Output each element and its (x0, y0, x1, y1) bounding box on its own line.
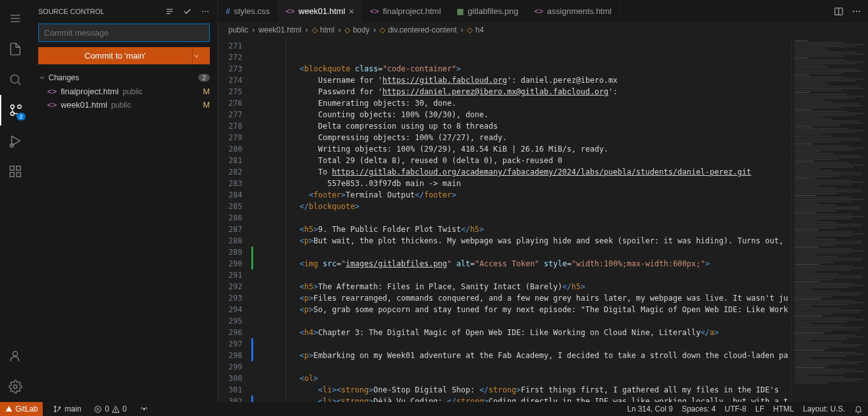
svg-point-14 (13, 352, 17, 356)
breadcrumb[interactable]: public›week01.html›◇html›◇body›◇div.cent… (218, 22, 868, 38)
status-radio-icon[interactable] (137, 405, 151, 413)
split-editor-icon[interactable] (834, 6, 844, 17)
html-file-icon: <> (534, 7, 543, 16)
change-filename: finalproject.html (61, 87, 119, 96)
search-icon[interactable] (0, 64, 31, 95)
minimap[interactable] (791, 38, 868, 402)
source-control-icon[interactable]: 2 (0, 95, 31, 126)
svg-point-34 (115, 411, 116, 412)
status-layout[interactable]: Layout: U.S. (803, 405, 845, 413)
tab-assignments-html[interactable]: <>assignments.html (527, 0, 620, 22)
status-position[interactable]: Ln 314, Col 9 (628, 405, 673, 413)
tab-label: week01.html (298, 6, 345, 16)
change-item[interactable]: <>week01.htmlpublicM (31, 98, 217, 111)
view-as-list-icon[interactable] (165, 7, 174, 16)
status-eol[interactable]: LF (755, 405, 764, 413)
change-item[interactable]: <>finalproject.htmlpublicM (31, 85, 217, 98)
status-bar: GitLab main 0 0 Ln 314, Col 9 Spaces: 4 … (0, 402, 868, 416)
status-bell-icon[interactable] (854, 405, 863, 413)
svg-line-4 (18, 82, 20, 85)
svg-rect-12 (10, 173, 14, 176)
breadcrumb-item[interactable]: public (228, 25, 248, 34)
chevron-right-icon: › (338, 25, 341, 34)
svg-rect-13 (17, 173, 20, 176)
explorer-icon[interactable] (0, 34, 31, 64)
extensions-icon[interactable] (0, 156, 31, 187)
commit-dropdown-button[interactable] (192, 47, 210, 64)
account-icon[interactable] (0, 341, 31, 371)
scm-badge: 2 (17, 113, 26, 120)
breadcrumb-item[interactable]: week01.html (258, 25, 301, 34)
commit-button[interactable]: Commit to 'main' (38, 47, 192, 64)
file-icon: <> (47, 100, 57, 110)
code-editor[interactable]: <blockquote class="code-container"> User… (254, 38, 791, 402)
svg-point-3 (11, 75, 19, 83)
file-icon: <> (47, 87, 57, 96)
close-icon[interactable]: × (349, 6, 354, 17)
status-branch[interactable]: main (50, 405, 84, 413)
line-number-gutter: 2712722732742752762772782792802812822832… (218, 38, 251, 402)
breadcrumb-item[interactable]: ◇html (312, 25, 335, 34)
menu-icon[interactable] (0, 3, 31, 34)
svg-point-5 (18, 105, 22, 109)
svg-point-25 (856, 11, 857, 12)
svg-point-27 (55, 406, 56, 407)
svg-point-19 (202, 11, 203, 12)
changes-count-badge: 2 (198, 74, 210, 82)
tab-styles-css[interactable]: #styles.css (218, 0, 278, 22)
svg-point-20 (205, 11, 206, 12)
css-file-icon: # (226, 7, 230, 16)
svg-point-7 (11, 105, 15, 109)
svg-point-15 (13, 385, 17, 389)
tab-more-icon[interactable] (851, 6, 862, 17)
svg-point-28 (55, 410, 56, 412)
activity-bar: 2 (0, 0, 31, 402)
changes-section-header[interactable]: Changes 2 (31, 71, 217, 85)
chevron-right-icon: › (373, 25, 376, 34)
tab-bar: #styles.css<>week01.html×<>finalproject.… (218, 0, 868, 22)
status-problems[interactable]: 0 0 (91, 405, 129, 413)
symbol-icon: ◇ (379, 25, 385, 34)
commit-message-input[interactable] (38, 24, 210, 42)
svg-rect-10 (10, 166, 14, 170)
chevron-right-icon: › (305, 25, 308, 34)
html-file-icon: <> (286, 7, 295, 16)
breadcrumb-item[interactable]: ◇h4 (467, 25, 483, 34)
symbol-icon: ◇ (312, 25, 318, 34)
breadcrumb-item[interactable]: ◇div.centered-content (379, 25, 457, 34)
chevron-right-icon: › (252, 25, 254, 34)
tab-label: finalproject.html (383, 6, 441, 16)
chevron-down-icon (38, 74, 46, 82)
chevron-right-icon: › (460, 25, 463, 34)
svg-point-29 (59, 407, 61, 408)
tab-label: styles.css (234, 6, 270, 16)
status-language[interactable]: HTML (773, 405, 794, 413)
change-status-badge: M (203, 87, 210, 96)
tab-week01-html[interactable]: <>week01.html× (278, 0, 362, 22)
symbol-icon: ◇ (344, 25, 350, 34)
img-file-icon: ▦ (457, 7, 464, 16)
run-debug-icon[interactable] (0, 126, 31, 156)
breadcrumb-item[interactable]: ◇body (344, 25, 369, 34)
symbol-icon: ◇ (467, 25, 473, 34)
status-spaces[interactable]: Spaces: 4 (682, 405, 716, 413)
status-remote[interactable]: GitLab (0, 402, 43, 416)
svg-point-24 (853, 11, 854, 12)
tab-label: assignments.html (547, 6, 612, 16)
svg-rect-11 (17, 166, 20, 170)
sidebar-title: SOURCE CONTROL (38, 8, 105, 15)
settings-gear-icon[interactable] (0, 371, 31, 402)
svg-point-21 (207, 11, 209, 12)
change-filename: week01.html (61, 100, 107, 110)
html-file-icon: <> (370, 7, 379, 16)
tab-gitlabfiles-png[interactable]: ▦gitlabfiles.png (449, 0, 527, 22)
tab-finalproject-html[interactable]: <>finalproject.html (362, 0, 449, 22)
change-dir: public (111, 101, 131, 110)
tab-label: gitlabfiles.png (467, 6, 519, 16)
svg-point-35 (143, 408, 145, 410)
more-icon[interactable] (201, 7, 210, 16)
change-status-badge: M (203, 100, 210, 110)
changes-label: Changes (48, 73, 79, 82)
status-encoding[interactable]: UTF-8 (725, 405, 746, 413)
commit-check-icon[interactable] (183, 7, 192, 16)
